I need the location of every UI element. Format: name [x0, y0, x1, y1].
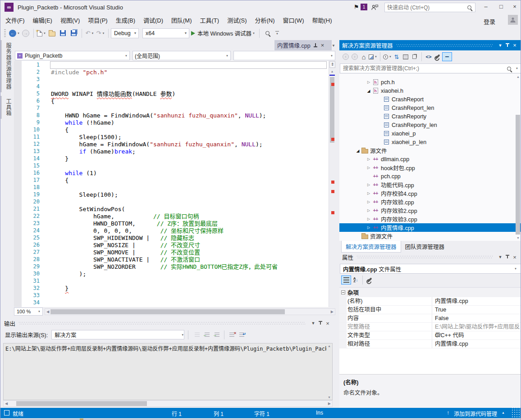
- sync-with-active-document-button[interactable]: ⇅: [393, 52, 401, 61]
- expander-icon[interactable]: ▷: [366, 183, 372, 187]
- pin-icon[interactable]: [504, 43, 511, 48]
- close-icon[interactable]: ×: [324, 320, 332, 327]
- maximize-button[interactable]: □: [494, 1, 508, 13]
- tree-item--cpp[interactable]: ▷++内存效验.cpp: [339, 198, 521, 206]
- tree-item-xiaohei-h[interactable]: ◢hxiaohei.h: [339, 86, 521, 95]
- open-file-button[interactable]: [47, 28, 57, 38]
- expander-icon[interactable]: ◢: [366, 89, 372, 93]
- back-button[interactable]: ‹: [342, 52, 350, 61]
- scrollbar-thumb[interactable]: [16, 401, 147, 406]
- property-value[interactable]: False: [432, 314, 521, 322]
- menu-item[interactable]: 测试(S): [223, 14, 251, 27]
- save-all-button[interactable]: [69, 28, 79, 38]
- tree-item--cpp[interactable]: ▷++内置情缘.cpp: [339, 223, 521, 232]
- indicator-margin[interactable]: [14, 61, 22, 307]
- minimize-button[interactable]: –: [479, 1, 493, 13]
- switch-views-button[interactable]: ▼: [369, 52, 377, 61]
- toggle-word-wrap-button[interactable]: ↵: [237, 330, 246, 339]
- tree-item-CrashReport[interactable]: CrashReport: [339, 95, 521, 104]
- property-value[interactable]: C/C++ 代码: [432, 331, 521, 339]
- tab-list-dropdown[interactable]: ▼: [332, 44, 335, 48]
- toolbar-grip[interactable]: [4, 29, 6, 37]
- property-row[interactable]: 文件类型C/C++ 代码: [339, 331, 521, 340]
- output-text[interactable]: E:\网站上架\驱动反作弊+应用层反录制+内置情缘源码\驱动反作弊+应用层反录制…: [3, 343, 333, 400]
- tree-item--cpp[interactable]: ▷++功能代码.cpp: [339, 181, 521, 189]
- window-position-dropdown[interactable]: ▼: [496, 255, 504, 259]
- expander-icon[interactable]: ▷: [366, 191, 372, 195]
- preview-selected-items-toggle[interactable]: –: [442, 52, 452, 61]
- solution-search-input[interactable]: [340, 65, 507, 72]
- feedback-icon[interactable]: [371, 4, 378, 11]
- property-value[interactable]: True: [432, 306, 521, 314]
- server-explorer-vertical-tab[interactable]: 服务器资源管理器: [0, 40, 15, 92]
- property-row[interactable]: 内容False: [339, 314, 521, 323]
- categorized-view-button[interactable]: [341, 275, 351, 285]
- tree-item--[interactable]: ◢源文件: [339, 146, 521, 155]
- collapse-all-button[interactable]: [402, 52, 410, 61]
- output-title-bar[interactable]: 输出 ▼ ×: [0, 318, 335, 329]
- navigate-forward-button[interactable]: →: [21, 28, 31, 38]
- forward-button[interactable]: ›: [351, 52, 359, 61]
- menu-item[interactable]: 编辑(E): [29, 14, 56, 27]
- home-button[interactable]: ⌂: [360, 52, 368, 61]
- view-code-button[interactable]: <>: [425, 52, 433, 61]
- properties-object-dropdown[interactable]: 内置情缘.cpp 文件属性 ▼: [340, 264, 521, 274]
- property-category-row[interactable]: 杂项: [339, 288, 521, 297]
- previous-message-button[interactable]: ←: [202, 330, 211, 339]
- tree-item-hook-cpp[interactable]: ▷++hook封包.cpp: [339, 163, 521, 172]
- property-value[interactable]: 内置情缘.cpp: [432, 297, 521, 305]
- scroll-left-arrow[interactable]: ◀: [46, 310, 49, 314]
- tree-scrollbar[interactable]: ▲ ▼: [516, 75, 521, 239]
- scroll-up-arrow[interactable]: ▲: [516, 75, 521, 78]
- close-icon[interactable]: ×: [511, 42, 519, 49]
- editor-zoom-dropdown[interactable]: 100 %▼: [14, 307, 43, 316]
- window-position-dropdown[interactable]: ▼: [309, 321, 317, 325]
- toolbar-overflow-button[interactable]: ▼: [275, 31, 279, 35]
- redo-button[interactable]: ↷▼: [96, 28, 105, 38]
- expander-icon[interactable]: ▷: [366, 226, 372, 230]
- tree-item--3-cpp[interactable]: ▷++内存效验3.cpp: [339, 215, 521, 223]
- pin-icon[interactable]: [314, 43, 318, 47]
- properties-button[interactable]: [434, 52, 442, 61]
- collapse-category-icon[interactable]: [341, 290, 345, 294]
- resize-grip[interactable]: [511, 408, 521, 418]
- scroll-down-arrow[interactable]: ▼: [516, 236, 521, 239]
- notification-count-badge[interactable]: 1: [361, 4, 367, 10]
- pending-changes-filter-button[interactable]: ▼: [383, 52, 392, 61]
- tree-item-pch-cpp[interactable]: ++pch.cpp: [339, 172, 521, 181]
- scroll-right-arrow[interactable]: ▶: [331, 310, 334, 314]
- solution-configuration-dropdown[interactable]: Debug▼: [111, 28, 139, 38]
- undo-button[interactable]: ↶▼: [85, 28, 95, 38]
- menu-item[interactable]: 窗口(W): [279, 14, 308, 27]
- tree-item-dllmain-cpp[interactable]: ▷++dllmain.cpp: [339, 155, 521, 163]
- start-debugging-button[interactable]: 本地 Windows 调试器▼: [191, 29, 255, 37]
- member-dropdown[interactable]: ▼: [233, 51, 335, 60]
- split-editor-handle[interactable]: ⇕: [329, 61, 335, 68]
- save-button[interactable]: [58, 28, 68, 38]
- output-vertical-scrollbar[interactable]: ▲ ▼: [326, 343, 332, 400]
- output-source-dropdown[interactable]: 解决方案▼: [51, 330, 184, 339]
- new-file-button[interactable]: ✳▼: [37, 28, 46, 38]
- property-row[interactable]: 包括在项目中True: [339, 306, 521, 314]
- pin-icon[interactable]: [504, 254, 511, 260]
- menu-item[interactable]: 工具(T): [196, 14, 224, 27]
- pin-icon[interactable]: [317, 321, 324, 326]
- expander-icon[interactable]: ▷: [366, 157, 372, 161]
- source-control-expand-icon[interactable]: ▲: [502, 411, 505, 414]
- scroll-up-arrow[interactable]: ▲: [329, 70, 335, 73]
- menu-item[interactable]: 项目(P): [84, 14, 111, 27]
- editor-vertical-scrollbar[interactable]: ⇕ ▲: [329, 61, 335, 307]
- close-icon[interactable]: ×: [511, 254, 519, 261]
- code-editor[interactable]: 1234567891011121314151617181920212223242…: [14, 61, 335, 307]
- navigate-back-button[interactable]: ←▼: [9, 28, 20, 38]
- alphabetical-sort-button[interactable]: AZ↓: [352, 275, 360, 285]
- menu-item[interactable]: 调试(D): [139, 14, 167, 27]
- toolbox-vertical-tab[interactable]: 工具箱: [0, 96, 15, 119]
- editor-horizontal-scrollbar[interactable]: ◀ ▶: [45, 308, 335, 315]
- menu-item[interactable]: 分析(N): [251, 14, 279, 27]
- tree-item-xiaohei_p[interactable]: xiaohei_p: [339, 129, 521, 138]
- project-dropdown[interactable]: +Plugin_Packetb▼: [15, 51, 130, 60]
- properties-title-bar[interactable]: 属性 ▼ ×: [339, 251, 521, 263]
- expander-icon[interactable]: ▷: [366, 200, 372, 204]
- property-value[interactable]: 内置情缘.cpp: [432, 340, 521, 348]
